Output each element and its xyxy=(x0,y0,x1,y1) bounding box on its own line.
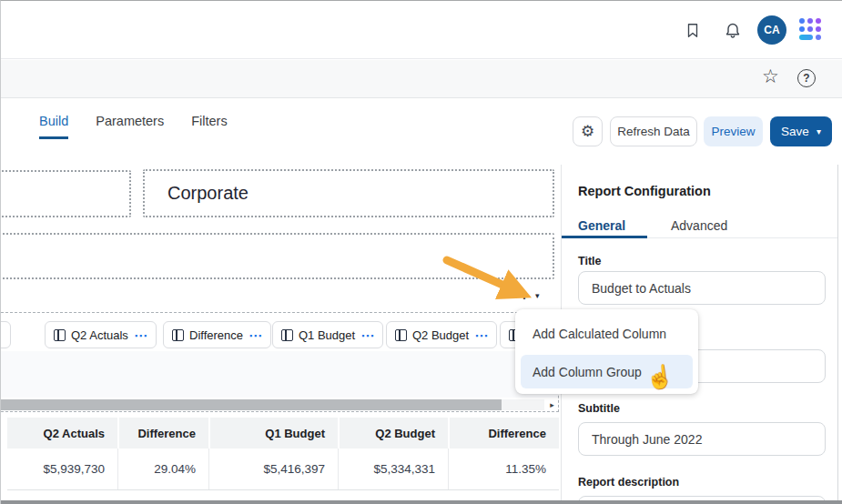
active-tab-underline xyxy=(562,236,647,238)
save-button-label: Save xyxy=(781,125,809,138)
save-button[interactable]: Save ▾ xyxy=(770,116,832,146)
report-subheader-cell-empty[interactable] xyxy=(0,233,554,279)
tab-build[interactable]: Build xyxy=(39,114,68,139)
caret-down-icon: ▾ xyxy=(535,290,540,300)
table-cell: 11.35% xyxy=(448,449,559,489)
horizontal-scrollbar-thumb[interactable] xyxy=(0,399,502,410)
add-column-dropdown-menu: Add Calculated Column Add Column Group xyxy=(515,309,698,394)
help-icon[interactable]: ? xyxy=(797,69,816,87)
table-cell: $5,334,331 xyxy=(338,449,448,489)
menu-item-add-calculated-column[interactable]: Add Calculated Column xyxy=(521,315,693,353)
add-column-button[interactable]: + ▾ xyxy=(520,284,558,306)
tab-advanced[interactable]: Advanced xyxy=(671,218,727,233)
column-icon xyxy=(395,329,407,341)
table-header-cell: Difference xyxy=(448,418,559,449)
column-chip-q1-budget[interactable]: Q1 Budget ⋯ xyxy=(272,321,383,348)
menu-item-add-column-group[interactable]: Add Column Group xyxy=(521,355,693,388)
table-header-row: Q2 Actuals Difference Q1 Budget Q2 Budge… xyxy=(7,418,559,449)
report-preview-table: Q2 Actuals Difference Q1 Budget Q2 Budge… xyxy=(7,418,559,500)
report-header-cell-empty[interactable] xyxy=(0,170,131,217)
plus-icon: + xyxy=(520,287,529,303)
table-cell: $5,416,397 xyxy=(208,449,338,489)
chip-menu-icon[interactable]: ⋯ xyxy=(474,328,488,342)
app-launcher-grid-icon[interactable] xyxy=(799,18,821,40)
table-cell: $5,939,730 xyxy=(7,449,117,489)
table-cell: 29.04% xyxy=(117,449,208,489)
app-window: CA ☆ ? Build Parameters Filters ⚙ Refres… xyxy=(0,0,842,504)
column-chip-q2-actuals[interactable]: Q2 Actuals ⋯ xyxy=(45,321,157,348)
table-row-separator xyxy=(7,489,559,500)
column-icon xyxy=(54,329,66,341)
report-description-label: Report description xyxy=(578,476,679,489)
column-chip-difference-1[interactable]: Difference ⋯ xyxy=(163,321,271,348)
settings-button[interactable]: ⚙ xyxy=(573,116,603,146)
top-navigation-bar: CA xyxy=(1,1,842,59)
report-builder-tabs: Build Parameters Filters xyxy=(39,114,228,139)
column-icon xyxy=(281,329,293,341)
table-header-cell: Difference xyxy=(117,418,208,449)
tab-general[interactable]: General xyxy=(578,218,625,233)
table-header-cell: Q1 Budget xyxy=(208,418,338,449)
favorite-star-icon[interactable]: ☆ xyxy=(762,66,779,86)
window-bottom-edge xyxy=(1,500,842,504)
tab-filters[interactable]: Filters xyxy=(191,114,227,139)
chip-menu-icon[interactable]: ⋯ xyxy=(249,328,262,342)
column-chip-q1-actuals[interactable]: Q1 Actuals ⋯ xyxy=(0,321,11,348)
subtitle-input[interactable] xyxy=(578,422,826,456)
caret-down-icon: ▾ xyxy=(817,127,821,136)
report-header-cell-corporate[interactable]: Corporate xyxy=(143,169,554,217)
gear-icon: ⚙ xyxy=(581,122,594,141)
column-group-row-empty xyxy=(0,351,559,398)
refresh-data-button[interactable]: Refresh Data xyxy=(610,116,697,146)
subtitle-label: Subtitle xyxy=(578,402,620,415)
preview-button[interactable]: Preview xyxy=(704,116,763,146)
tab-parameters[interactable]: Parameters xyxy=(96,114,164,139)
user-avatar[interactable]: CA xyxy=(757,15,786,45)
chip-menu-icon[interactable]: ⋯ xyxy=(0,328,1,342)
panel-heading: Report Configuration xyxy=(578,184,711,198)
chip-menu-icon[interactable]: ⋯ xyxy=(134,328,147,342)
columns-dropzone[interactable]: Q1 Actuals ⋯ Q2 Actuals ⋯ Difference ⋯ Q… xyxy=(0,312,559,412)
title-label: Title xyxy=(578,255,601,267)
chip-menu-icon[interactable]: ⋯ xyxy=(360,328,374,342)
horizontal-scrollbar-track[interactable] xyxy=(0,399,544,410)
header-cell-text: Corporate xyxy=(145,183,249,204)
secondary-bar xyxy=(1,60,842,98)
scrollbar-right-arrow[interactable]: ▸ xyxy=(544,399,559,410)
table-header-cell: Q2 Actuals xyxy=(7,418,117,449)
column-chip-q2-budget[interactable]: Q2 Budget ⋯ xyxy=(386,321,497,348)
title-input[interactable] xyxy=(578,271,826,305)
notifications-bell-icon[interactable] xyxy=(724,21,742,40)
table-row: $5,939,730 29.04% $5,416,397 $5,334,331 … xyxy=(7,449,559,489)
column-icon xyxy=(172,329,184,341)
bookmark-icon[interactable] xyxy=(685,22,701,39)
table-header-cell: Q2 Budget xyxy=(338,418,448,449)
